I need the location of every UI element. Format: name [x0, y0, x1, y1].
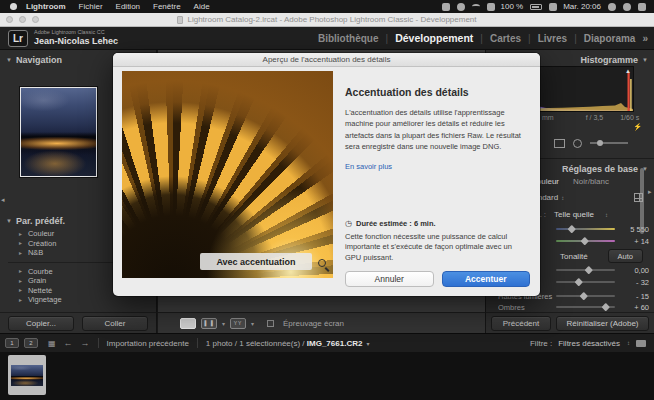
dropdown-caret-icon[interactable]: ▾: [251, 320, 254, 327]
module-library[interactable]: Bibliothèque: [318, 33, 379, 44]
updown-arrows-icon: ↕: [561, 195, 564, 201]
screen-mirroring-icon[interactable]: [442, 3, 450, 11]
slider-thumb[interactable]: [568, 224, 576, 232]
panel-scrollbar[interactable]: [640, 168, 644, 234]
selected-filename: IMG_7661.CR2: [307, 339, 363, 348]
slider-track[interactable]: [556, 240, 615, 242]
grid-view-icon[interactable]: ▦: [48, 339, 56, 348]
wb-value[interactable]: Telle quelle: [554, 210, 594, 219]
slider-value[interactable]: + 14: [621, 237, 649, 246]
next-photo-arrow-icon[interactable]: →: [81, 338, 90, 348]
thumbnail-photo: [11, 365, 43, 386]
estimate-row: ◷ Durée estimée : 6 min.: [345, 219, 530, 228]
reset-button[interactable]: Réinitialiser (Adobe): [556, 316, 649, 331]
selection-count: 1 photo / 1 sélectionnée(s) /: [206, 339, 305, 348]
enhance-details-dialog: Aperçu de l'accentuation des détails Ave…: [113, 53, 540, 296]
filter-label: Filtre :: [530, 339, 552, 348]
battery-icon[interactable]: [530, 4, 542, 10]
cancel-button[interactable]: Annuler: [345, 271, 434, 287]
compare-view-icon[interactable]: YY: [230, 318, 246, 329]
keyboard-input-icon[interactable]: [549, 3, 557, 11]
enhance-button[interactable]: Accentuer: [442, 271, 531, 287]
learn-more-link[interactable]: En savoir plus: [345, 162, 530, 171]
filmstrip: [0, 352, 654, 400]
slider-track[interactable]: [556, 269, 615, 271]
menu-app[interactable]: Lightroom: [26, 2, 66, 11]
slider-track[interactable]: [556, 228, 615, 230]
slider-value[interactable]: 5 550: [621, 225, 649, 234]
tab-black-white[interactable]: Noir/blanc: [573, 177, 609, 186]
crop-tool-icon[interactable]: [554, 139, 565, 148]
focal-length-stat: mm: [542, 114, 554, 121]
histogram-header-label: Histogramme: [581, 55, 639, 65]
volume-icon[interactable]: [487, 3, 495, 11]
copy-settings-button[interactable]: Copier...: [8, 316, 74, 331]
filter-dropdown[interactable]: Filtres désactivés ↕: [558, 339, 630, 348]
previous-photo-arrow-icon[interactable]: ←: [64, 338, 73, 348]
menu-edit[interactable]: Edition: [116, 2, 140, 11]
previous-button[interactable]: Précédent: [491, 316, 551, 331]
collapse-triangle-icon: ▼: [6, 218, 12, 224]
dialog-description: L'accentuation des détails utilise l'app…: [345, 107, 530, 152]
module-map[interactable]: Cartes: [490, 33, 521, 44]
redeye-tool-icon[interactable]: [573, 139, 582, 148]
wifi-icon[interactable]: [472, 4, 480, 9]
filter-toggle-switch[interactable]: [636, 340, 646, 347]
highlight-clipping-icon[interactable]: ▲: [625, 68, 631, 74]
enhance-preview-image[interactable]: Avec accentuation: [122, 71, 333, 278]
bluetooth-icon[interactable]: [457, 3, 465, 11]
disclosure-icon: ►: [18, 287, 23, 293]
slider-track[interactable]: [556, 306, 615, 308]
presets-header-label: Par. prédéf.: [16, 216, 65, 226]
slider-track[interactable]: [556, 281, 615, 283]
soft-proof-checkbox[interactable]: [267, 320, 274, 327]
slider-thumb[interactable]: [575, 277, 583, 285]
navigation-header-label: Navigation: [16, 55, 62, 65]
disclosure-icon: ►: [18, 250, 23, 256]
auto-tone-button[interactable]: Auto: [608, 249, 643, 263]
secondary-monitor-button[interactable]: 2: [24, 338, 38, 348]
preset-folder-vignetage[interactable]: ►Vignetage: [0, 295, 156, 305]
slider-value[interactable]: 0,00: [621, 266, 649, 275]
updown-arrows-icon: ↕: [605, 212, 608, 218]
identity-app-name: Adobe Lightroom Classic CC: [34, 30, 118, 36]
selection-breadcrumb[interactable]: 1 photo / 1 sélectionnée(s) / IMG_7661.C…: [206, 339, 363, 348]
module-slideshow[interactable]: Diaporama: [584, 33, 636, 44]
right-panel-collapse-arrow[interactable]: ▸: [648, 188, 652, 196]
menubar-clock[interactable]: Mar. 20:06: [563, 2, 601, 11]
slider-value[interactable]: + 60: [621, 303, 649, 312]
tool-slider[interactable]: [590, 142, 628, 144]
module-develop[interactable]: Développement: [395, 32, 473, 44]
siri-icon[interactable]: [623, 3, 631, 11]
paste-settings-button[interactable]: Coller: [82, 316, 148, 331]
module-book[interactable]: Livres: [538, 33, 567, 44]
slider-value[interactable]: - 32: [621, 278, 649, 287]
slider-thumb[interactable]: [581, 236, 589, 244]
apple-menu-icon[interactable]: [10, 3, 17, 10]
tool-slider-thumb[interactable]: [597, 140, 603, 146]
left-panel-collapse-arrow[interactable]: ◂: [1, 196, 5, 204]
spotlight-icon[interactable]: [608, 3, 616, 11]
slider-thumb[interactable]: [580, 291, 588, 299]
menu-file[interactable]: Fichier: [79, 2, 103, 11]
lightroom-topbar: Lr Adobe Lightroom Classic CC Jean-Nicol…: [0, 27, 654, 50]
loupe-view-icon[interactable]: [180, 318, 196, 329]
divider: [197, 338, 198, 348]
menu-window[interactable]: Fenêtre: [153, 2, 181, 11]
preset-label: Courbe: [28, 267, 53, 276]
navigator-preview-photo[interactable]: [20, 87, 97, 177]
menu-help[interactable]: Aide: [194, 2, 210, 11]
primary-monitor-button[interactable]: 1: [5, 338, 19, 348]
source-indicator[interactable]: Importation précédente: [107, 339, 189, 348]
dropdown-caret-icon[interactable]: ▾: [366, 340, 369, 347]
divider: [98, 338, 99, 348]
module-overflow-chevron[interactable]: »: [642, 33, 648, 44]
control-center-icon[interactable]: [638, 3, 646, 11]
slider-thumb[interactable]: [602, 302, 610, 310]
filmstrip-thumbnail-selected[interactable]: [8, 355, 46, 395]
dropdown-caret-icon[interactable]: ▾: [222, 320, 225, 327]
slider-value[interactable]: - 15: [621, 292, 649, 301]
slider-thumb[interactable]: [584, 265, 592, 273]
slider-track[interactable]: [556, 295, 615, 297]
before-after-view-icon[interactable]: ▌▐: [201, 318, 217, 329]
